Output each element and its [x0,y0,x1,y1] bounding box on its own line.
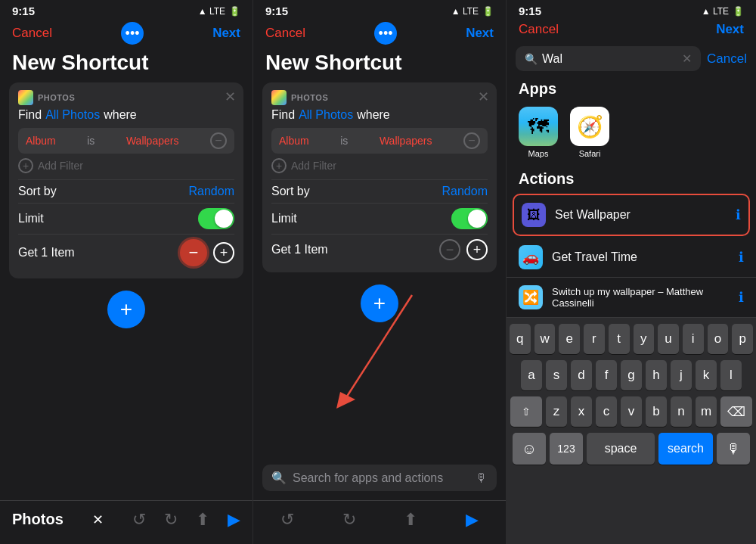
tab-play-1[interactable]: ▶ [228,510,240,530]
stepper-minus-1[interactable]: − [180,239,207,266]
key-space[interactable]: space [587,433,655,465]
key-k[interactable]: k [696,360,717,390]
key-y[interactable]: y [634,324,655,354]
key-p[interactable]: p [732,324,753,354]
stepper-plus-1[interactable]: + [213,242,234,263]
key-r[interactable]: r [584,324,605,354]
key-o[interactable]: o [708,324,729,354]
card-close-1[interactable]: ✕ [225,89,236,105]
limit-toggle-2[interactable] [451,208,488,229]
filter-minus-btn-1[interactable]: − [210,132,227,149]
key-e[interactable]: e [559,324,580,354]
search-clear-3[interactable]: ✕ [682,51,692,66]
search-cancel-btn-3[interactable]: Cancel [707,51,747,67]
next-button-3[interactable]: Next [716,22,744,37]
filter-album-1[interactable]: Album [26,135,56,147]
key-l[interactable]: l [720,360,742,390]
sort-by-value-2[interactable]: Random [442,185,488,198]
search-placeholder-2[interactable]: Search for apps and actions [293,471,469,485]
key-n[interactable]: n [671,396,692,427]
tab-share-2[interactable]: ⬆ [404,510,417,530]
action-get-travel-time[interactable]: 🚗 Get Travel Time ℹ [507,238,756,278]
photos-bar-label-1: Photos [12,511,64,528]
all-photos-1[interactable]: All Photos [45,108,100,122]
key-w[interactable]: w [534,324,556,354]
key-delete[interactable]: ⌫ [720,396,752,427]
tab-refresh-1[interactable]: ↺ [132,510,146,530]
key-f[interactable]: f [596,360,617,390]
key-x[interactable]: x [571,396,592,427]
add-action-btn-2[interactable]: + [361,284,398,322]
svg-marker-1 [336,392,355,409]
key-d[interactable]: d [571,360,592,390]
shortcut-card-2: PHOTOS ✕ Find All Photos where Album is … [262,82,497,272]
get-travel-label: Get Travel Time [552,250,730,264]
key-mic[interactable]: 🎙 [717,433,750,465]
key-shift[interactable]: ⇧ [510,396,542,427]
search-bar-2[interactable]: 🔍 Search for apps and actions 🎙 [262,465,497,491]
all-photos-2[interactable]: All Photos [299,108,353,122]
tab-redo-2[interactable]: ↻ [342,510,356,530]
switch-wp-info-btn[interactable]: ℹ [739,289,744,306]
app-item-safari[interactable]: 🧭 Safari [570,107,609,158]
action-set-wallpaper[interactable]: 🖼 Set Wallpaper ℹ [513,194,750,236]
key-j[interactable]: j [671,360,692,390]
key-m[interactable]: m [696,396,717,427]
limit-toggle-1[interactable] [198,208,234,229]
sort-by-value-1[interactable]: Random [189,185,234,198]
kb-row-1: q w e r t y u i o p [510,324,753,354]
shortcut-menu-btn-2[interactable]: ••• [374,22,397,45]
photos-bar-close-1[interactable]: ✕ [92,511,104,528]
key-q[interactable]: q [510,324,531,354]
filter-minus-btn-2[interactable]: − [463,132,480,149]
action-switch-wallpaper[interactable]: 🔀 Switch up my wallpaper – Matthew Cassi… [507,278,756,318]
key-b[interactable]: b [646,396,667,427]
filter-album-2[interactable]: Album [279,135,309,147]
set-wallpaper-info-btn[interactable]: ℹ [736,207,741,223]
add-filter-label-2[interactable]: Add Filter [291,160,336,172]
cancel-button-2[interactable]: Cancel [265,26,305,41]
shortcut-menu-btn-1[interactable]: ••• [121,22,144,45]
status-icons-1: ▲ LTE 🔋 [198,6,240,17]
next-button-1[interactable]: Next [212,26,240,41]
key-a[interactable]: a [521,360,542,390]
key-g[interactable]: g [621,360,642,390]
get-travel-info-btn[interactable]: ℹ [739,249,744,266]
where-label-2: where [357,108,390,122]
key-c[interactable]: c [596,396,617,427]
key-z[interactable]: z [546,396,567,427]
photos-icon-1 [18,90,33,105]
key-u[interactable]: u [658,324,679,354]
search-input-3[interactable]: Wal [542,52,677,66]
stepper-plus-2[interactable]: + [466,239,488,260]
key-t[interactable]: t [609,324,630,354]
next-button-2[interactable]: Next [466,26,494,41]
apps-row: 🗺 Maps 🧭 Safari [507,104,756,167]
stepper-minus-2[interactable]: − [439,239,460,260]
cancel-button-1[interactable]: Cancel [12,26,52,41]
card-close-2[interactable]: ✕ [478,89,489,105]
filter-wallpapers-2[interactable]: Wallpapers [380,135,432,147]
tab-refresh-2[interactable]: ↺ [280,510,294,530]
key-emoji[interactable]: ☺ [513,433,546,465]
add-action-btn-1[interactable]: + [107,291,145,328]
mic-icon-2[interactable]: 🎙 [476,471,488,485]
key-h[interactable]: h [646,360,667,390]
cancel-button-3[interactable]: Cancel [519,22,559,37]
tab-share-1[interactable]: ⬆ [196,510,209,530]
add-filter-label-1[interactable]: Add Filter [38,160,83,172]
sort-by-row-1: Sort by Random [18,179,234,203]
key-s[interactable]: s [546,360,567,390]
key-numbers[interactable]: 123 [550,433,583,465]
tab-play-2[interactable]: ▶ [466,510,479,530]
search-field-3[interactable]: 🔍 Wal ✕ [516,46,701,71]
filter-wallpapers-1[interactable]: Wallpapers [126,135,179,147]
card-app-name-2: PHOTOS [291,93,328,102]
key-i[interactable]: i [683,324,704,354]
tab-redo-1[interactable]: ↻ [164,510,178,530]
app-item-maps[interactable]: 🗺 Maps [519,107,558,158]
key-v[interactable]: v [621,396,642,427]
add-filter-plus-1[interactable]: + [18,158,33,173]
key-search[interactable]: search [658,433,713,465]
add-filter-plus-2[interactable]: + [271,158,287,173]
